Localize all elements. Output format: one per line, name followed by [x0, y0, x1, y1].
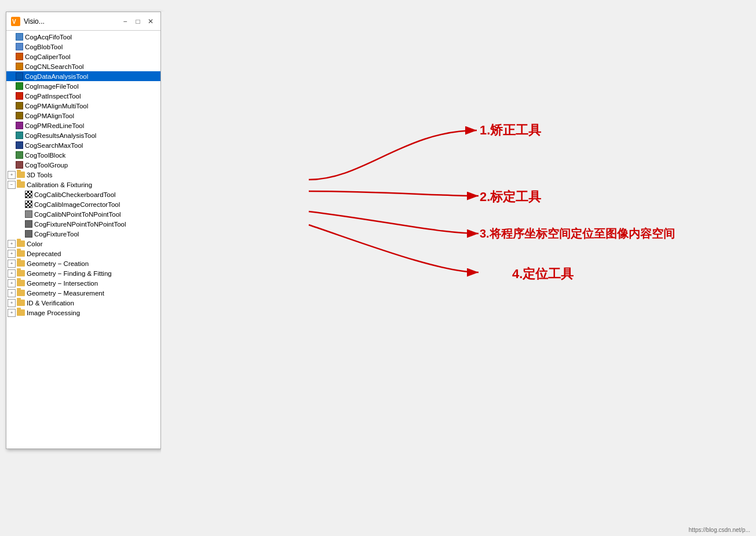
folder-icon-deprecated — [17, 250, 25, 257]
annotation-label-4: 4.定位工具 — [512, 265, 574, 283]
expand-geo-measurement[interactable]: + — [8, 289, 16, 297]
tree-item-deprecated[interactable]: + Deprecated — [6, 249, 160, 258]
tree-item-cogimagefiletool[interactable]: CogImageFileTool — [6, 81, 160, 91]
tree-item-cogsearchmaxtool[interactable]: CogSearchMaxTool — [6, 140, 160, 150]
tree-item-cogcalipertool[interactable]: CogCaliperTool — [6, 52, 160, 61]
annotation-label-3: 3.将程序坐标空间定位至图像内容空间 — [480, 226, 675, 242]
tree-item-calib-fixturing[interactable]: − Calibration & Fixturing — [6, 180, 160, 189]
folder-icon-id-verif — [17, 300, 25, 306]
expand-deprecated[interactable]: + — [8, 250, 16, 258]
tree-item-acqfifotool[interactable]: CogAcqFifoTool — [6, 32, 160, 42]
annotation-area: 1.矫正工具 2.标定工具 3.将程序坐标空间定位至图像内容空间 4.定位工具 — [161, 12, 756, 536]
tree-item-cogpmaligntool-multi[interactable]: CogPMAlignMultiTool — [6, 101, 160, 111]
folder-icon-geo-creation — [17, 260, 25, 267]
folder-icon-calib — [17, 181, 25, 188]
tree-item-cogpmaligntool[interactable]: CogPMAlignTool — [6, 111, 160, 121]
svg-text:V: V — [12, 19, 16, 25]
tree-item-color[interactable]: + Color — [6, 239, 160, 249]
folder-icon-3dtools — [17, 172, 25, 178]
bottom-url: https://blog.csdn.net/p... — [689, 527, 750, 533]
tree-item-cogcalibcheckerboard[interactable]: CogCalibCheckerboardTool — [6, 189, 160, 199]
title-bar: V Visio... − □ ✕ — [6, 12, 160, 31]
tree-item-cogtoolblock[interactable]: CogToolBlock — [6, 150, 160, 160]
tree-item-cogcnlsearchtool[interactable]: CogCNLSearchTool — [6, 61, 160, 71]
expand-img-processing[interactable]: + — [8, 309, 16, 317]
annotation-label-2: 2.标定工具 — [480, 188, 541, 206]
tree-item-geo-creation[interactable]: + Geometry − Creation — [6, 258, 160, 268]
window-title: Visio... — [24, 17, 120, 25]
tree-item-geo-finding[interactable]: + Geometry − Finding & Fitting — [6, 268, 160, 278]
tree-item-cogcalibnpointtool[interactable]: CogCalibNPointToNPointTool — [6, 209, 160, 219]
tree-item-geo-measurement[interactable]: + Geometry − Measurement — [6, 288, 160, 298]
expand-geo-finding[interactable]: + — [8, 269, 16, 278]
tree-item-cogpmredlinetool[interactable]: CogPMRedLineTool — [6, 121, 160, 130]
tree-item-3dtools[interactable]: + 3D Tools — [6, 170, 160, 180]
tree-item-cogtoolgroup[interactable]: CogToolGroup — [6, 160, 160, 170]
tree-item-cogfixturetool[interactable]: CogFixtureTool — [6, 229, 160, 239]
expand-geo-creation[interactable]: + — [8, 260, 16, 268]
tree-item-cogresultsanalysistool[interactable]: CogResultsAnalysisTool — [6, 130, 160, 140]
folder-icon-geo-finding — [17, 270, 25, 276]
expand-3dtools[interactable]: + — [8, 171, 16, 179]
folder-icon-geo-measurement — [17, 290, 25, 296]
expand-id-verif[interactable]: + — [8, 299, 16, 307]
window-controls: − □ ✕ — [120, 16, 156, 27]
tree-item-cogblobtool[interactable]: CogBlobTool — [6, 42, 160, 52]
app-icon: V — [11, 17, 20, 26]
minimize-button[interactable]: − — [120, 16, 130, 27]
tree-item-cogfixturenpointtool[interactable]: CogFixtureNPointToNPointTool — [6, 219, 160, 229]
tree-item-img-processing[interactable]: + Image Processing — [6, 308, 160, 318]
tree-item-cogcalibimgcorrector[interactable]: CogCalibImageCorrectorTool — [6, 199, 160, 209]
annotation-svg — [161, 12, 756, 536]
maximize-button[interactable]: □ — [133, 16, 143, 27]
expand-color[interactable]: + — [8, 240, 16, 248]
tree-item-geo-intersection[interactable]: + Geometry − Intersection — [6, 278, 160, 288]
folder-icon-img-processing — [17, 309, 25, 316]
tool-tree[interactable]: CogAcqFifoTool CogBlobTool CogCaliperToo… — [6, 31, 160, 449]
tree-item-cogdataanalysistool[interactable]: CogDataAnalysisTool — [6, 71, 160, 81]
annotation-label-1: 1.矫正工具 — [480, 122, 541, 139]
tree-item-cogpatinspecttool[interactable]: CogPatInspectTool — [6, 91, 160, 101]
expand-calib[interactable]: − — [8, 181, 16, 189]
expand-geo-intersection[interactable]: + — [8, 279, 16, 287]
tree-item-id-verif[interactable]: + ID & Verification — [6, 298, 160, 308]
folder-icon-geo-intersection — [17, 280, 25, 286]
folder-icon-color — [17, 240, 25, 247]
main-window: V Visio... − □ ✕ CogAcqFifoTool CogBlobT… — [6, 12, 161, 449]
close-button[interactable]: ✕ — [145, 16, 156, 27]
